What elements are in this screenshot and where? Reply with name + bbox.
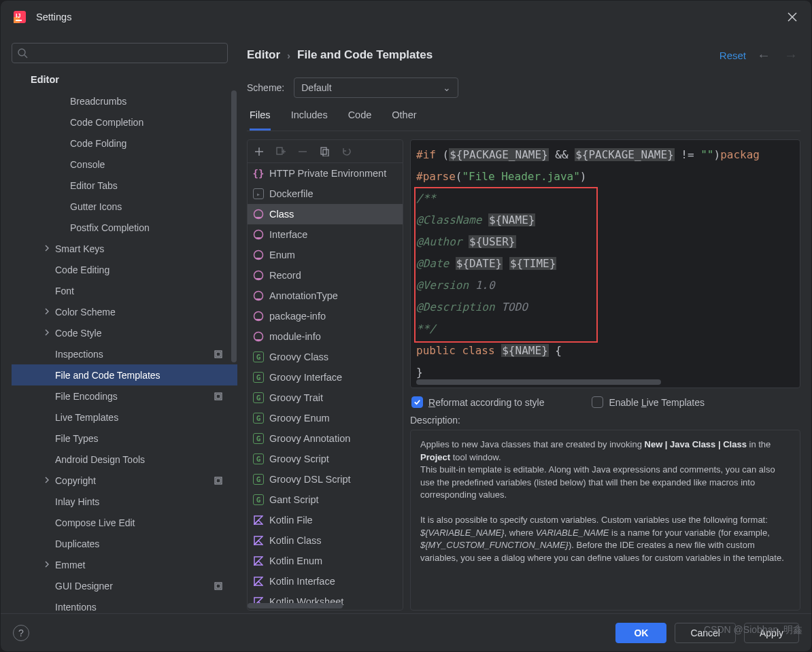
sidebar-item[interactable]: Inlay Hints — [12, 491, 237, 512]
sidebar-item-label: Editor Tabs — [70, 180, 118, 191]
settings-sidebar: Editor BreadcrumbsCode CompletionCode Fo… — [1, 33, 237, 613]
sidebar-item[interactable]: Breadcrumbs — [12, 90, 237, 111]
svg-rect-15 — [216, 584, 220, 588]
sidebar-item[interactable]: Intentions — [12, 596, 237, 613]
svg-point-6 — [18, 49, 25, 56]
sidebar-item[interactable]: Emmet — [12, 554, 237, 575]
sidebar-item[interactable]: Code Editing — [12, 259, 237, 280]
template-label: Interface — [269, 229, 307, 240]
search-input[interactable] — [12, 43, 228, 63]
sidebar-item-label: Emmet — [55, 560, 85, 570]
cancel-button[interactable]: Cancel — [675, 623, 736, 643]
close-icon[interactable] — [785, 10, 799, 24]
sidebar-item[interactable]: File Types — [12, 428, 237, 449]
description-body: Applies to new Java classes that are cre… — [410, 430, 800, 611]
scheme-select[interactable]: Default ⌄ — [294, 78, 458, 98]
template-item[interactable]: GGroovy Annotation — [248, 428, 403, 449]
template-item[interactable]: Kotlin Enum — [248, 551, 403, 571]
editor-scrollbar[interactable] — [416, 379, 661, 385]
template-label: Dockerfile — [269, 188, 313, 199]
template-item[interactable]: Kotlin Class — [248, 530, 403, 551]
sidebar-item[interactable]: Color Scheme — [12, 301, 237, 322]
template-item[interactable]: package-info — [248, 306, 403, 326]
sidebar-item[interactable]: Postfix Completion — [12, 217, 237, 238]
svg-marker-39 — [254, 520, 263, 524]
sidebar-item[interactable]: Copyright — [12, 470, 237, 491]
ok-button[interactable]: OK — [615, 623, 666, 643]
template-item[interactable]: module-info — [248, 326, 403, 347]
sidebar-item-label: Color Scheme — [55, 307, 116, 318]
template-item[interactable]: Record — [248, 265, 403, 286]
template-item[interactable]: Kotlin Interface — [248, 571, 403, 591]
svg-rect-22 — [321, 148, 326, 154]
sidebar-item-label: File and Code Templates — [55, 370, 160, 381]
tab[interactable]: Files — [250, 109, 271, 131]
sidebar-item[interactable]: Code Folding — [12, 133, 237, 154]
template-label: Class — [269, 209, 294, 220]
chevron-right-icon — [43, 476, 52, 485]
template-item[interactable]: GGant Script — [248, 490, 403, 510]
template-item[interactable]: ▸Dockerfile — [248, 184, 403, 204]
template-item[interactable]: Interface — [248, 224, 403, 245]
apply-button[interactable]: Apply — [744, 623, 799, 643]
sidebar-item-label: Breadcrumbs — [70, 96, 126, 107]
sidebar-item[interactable]: File Encodings — [12, 385, 237, 407]
template-item[interactable]: GGroovy Script — [248, 449, 403, 469]
sidebar-item[interactable]: Inspections — [12, 343, 237, 364]
svg-marker-41 — [254, 541, 263, 545]
sidebar-item[interactable]: Android Design Tools — [12, 449, 237, 470]
titlebar: IJ Settings — [1, 1, 811, 33]
sidebar-item-label: GUI Designer — [55, 581, 113, 591]
template-item[interactable]: GGroovy Trait — [248, 388, 403, 408]
sidebar-item[interactable]: Font — [12, 280, 237, 301]
sidebar-item[interactable]: Duplicates — [12, 533, 237, 554]
template-item[interactable]: {}HTTP Private Environment — [248, 163, 403, 184]
reset-link[interactable]: Reset — [720, 50, 746, 61]
template-item[interactable]: Enum — [248, 245, 403, 265]
back-icon[interactable]: ← — [754, 48, 773, 63]
sidebar-scrollbar[interactable] — [231, 90, 237, 613]
template-item[interactable]: Kotlin File — [248, 510, 403, 530]
chevron-right-icon — [43, 307, 52, 317]
template-label: Groovy DSL Script — [269, 474, 351, 485]
template-item[interactable]: GGroovy Class — [248, 347, 403, 367]
sidebar-item[interactable]: Live Templates — [12, 407, 237, 428]
template-label: Groovy Interface — [269, 372, 342, 383]
help-icon[interactable]: ? — [13, 625, 29, 641]
template-item[interactable]: Class — [248, 204, 403, 224]
project-badge-icon — [214, 350, 222, 358]
add-icon[interactable] — [254, 147, 264, 156]
add-child-icon — [276, 147, 286, 156]
tab[interactable]: Code — [348, 109, 372, 131]
sidebar-item[interactable]: GUI Designer — [12, 575, 237, 596]
chevron-right-icon: › — [287, 50, 290, 61]
sidebar-item-label: Duplicates — [55, 538, 99, 549]
tab[interactable]: Includes — [291, 109, 328, 131]
template-list-scrollbar[interactable] — [248, 602, 403, 610]
sidebar-item[interactable]: File and Code Templates — [12, 364, 237, 385]
reformat-checkbox[interactable]: Reformat according to style — [411, 396, 544, 408]
template-item[interactable]: GGroovy Enum — [248, 408, 403, 428]
template-label: Record — [269, 270, 301, 281]
template-item[interactable]: AnnotationType — [248, 286, 403, 306]
breadcrumb-root[interactable]: Editor — [247, 48, 280, 62]
sidebar-item[interactable]: Editor Tabs — [12, 175, 237, 196]
sidebar-item-label: Code Completion — [70, 117, 143, 128]
sidebar-item[interactable]: Code Completion — [12, 111, 237, 133]
template-item[interactable]: GGroovy DSL Script — [248, 469, 403, 490]
sidebar-item-label: Code Folding — [70, 138, 126, 149]
sidebar-item[interactable]: Smart Keys — [12, 238, 237, 259]
sidebar-item[interactable]: Compose Live Edit — [12, 512, 237, 533]
svg-marker-43 — [254, 561, 263, 565]
live-templates-checkbox[interactable]: Enable Live Templates — [592, 396, 705, 408]
template-label: module-info — [269, 331, 321, 342]
sidebar-item[interactable]: Gutter Icons — [12, 196, 237, 217]
template-item[interactable]: GGroovy Interface — [248, 367, 403, 388]
copy-icon[interactable] — [320, 147, 329, 156]
scheme-label: Scheme: — [247, 82, 284, 93]
template-editor[interactable]: #if (${PACKAGE_NAME} && ${PACKAGE_NAME} … — [410, 139, 800, 388]
svg-rect-9 — [216, 352, 220, 356]
sidebar-item[interactable]: Console — [12, 154, 237, 175]
sidebar-item[interactable]: Code Style — [12, 322, 237, 343]
tab[interactable]: Other — [392, 109, 416, 131]
